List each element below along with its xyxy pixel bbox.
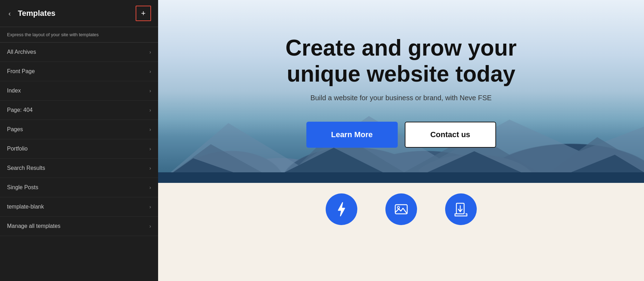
sidebar-item-index[interactable]: Index › [0, 81, 158, 101]
sidebar-item-manage-all[interactable]: Manage all templates › [0, 217, 158, 236]
sidebar-item-template-blank[interactable]: template-blank › [0, 197, 158, 217]
add-template-button[interactable]: + [136, 6, 151, 21]
all-archives-label: All Archives [7, 49, 149, 55]
index-label: Index [7, 88, 149, 94]
sidebar-nav: All Archives › Front Page › Index › Page… [0, 43, 158, 281]
sidebar-header-left: ‹ Templates [7, 8, 56, 19]
learn-more-button[interactable]: Learn More [306, 122, 398, 148]
sidebar: ‹ Templates + Express the layout of your… [0, 0, 158, 281]
sidebar-subtitle: Express the layout of your site with tem… [0, 27, 158, 43]
pages-label: Pages [7, 126, 149, 133]
sidebar-title: Templates [18, 9, 56, 18]
svg-rect-6 [395, 205, 407, 214]
hero-text-area: Create and grow your unique website toda… [252, 35, 551, 115]
main-content: Create and grow your unique website toda… [158, 0, 644, 281]
search-results-label: Search Results [7, 165, 149, 171]
svg-point-7 [397, 206, 399, 209]
sidebar-item-page-404[interactable]: Page: 404 › [0, 101, 158, 120]
sidebar-header: ‹ Templates + [0, 0, 158, 27]
manage-all-chevron-icon: › [149, 223, 151, 229]
portfolio-chevron-icon: › [149, 146, 151, 152]
sidebar-item-front-page[interactable]: Front Page › [0, 62, 158, 81]
image-icon [393, 201, 409, 217]
hero-buttons: Learn More Contact us [306, 122, 496, 148]
feature-icon-3 [445, 193, 477, 225]
sidebar-item-pages[interactable]: Pages › [0, 120, 158, 139]
search-results-chevron-icon: › [149, 165, 151, 171]
all-archives-chevron-icon: › [149, 49, 151, 55]
index-chevron-icon: › [149, 88, 151, 94]
feature-icon-1 [326, 193, 357, 225]
hero-headline: Create and grow your unique website toda… [252, 35, 551, 87]
single-posts-label: Single Posts [7, 184, 149, 191]
page-404-label: Page: 404 [7, 107, 149, 113]
contact-us-button[interactable]: Contact us [405, 122, 496, 148]
portfolio-label: Portfolio [7, 146, 149, 152]
lightning-bolt-icon [333, 201, 350, 217]
download-icon [453, 201, 469, 217]
feature-icon-2 [385, 193, 417, 225]
pages-chevron-icon: › [149, 127, 151, 132]
front-page-label: Front Page [7, 68, 149, 75]
features-section [158, 183, 644, 281]
single-posts-chevron-icon: › [149, 185, 151, 190]
sidebar-item-single-posts[interactable]: Single Posts › [0, 178, 158, 197]
back-button[interactable]: ‹ [7, 8, 12, 19]
template-blank-chevron-icon: › [149, 204, 151, 210]
template-blank-label: template-blank [7, 204, 149, 210]
hero-subline: Build a website for your business or bra… [252, 94, 551, 102]
hero-section: Create and grow your unique website toda… [158, 0, 644, 183]
manage-all-label: Manage all templates [7, 223, 149, 229]
page-404-chevron-icon: › [149, 107, 151, 113]
sidebar-item-all-archives[interactable]: All Archives › [0, 43, 158, 62]
sidebar-item-portfolio[interactable]: Portfolio › [0, 139, 158, 159]
sidebar-item-search-results[interactable]: Search Results › [0, 159, 158, 178]
front-page-chevron-icon: › [149, 69, 151, 74]
